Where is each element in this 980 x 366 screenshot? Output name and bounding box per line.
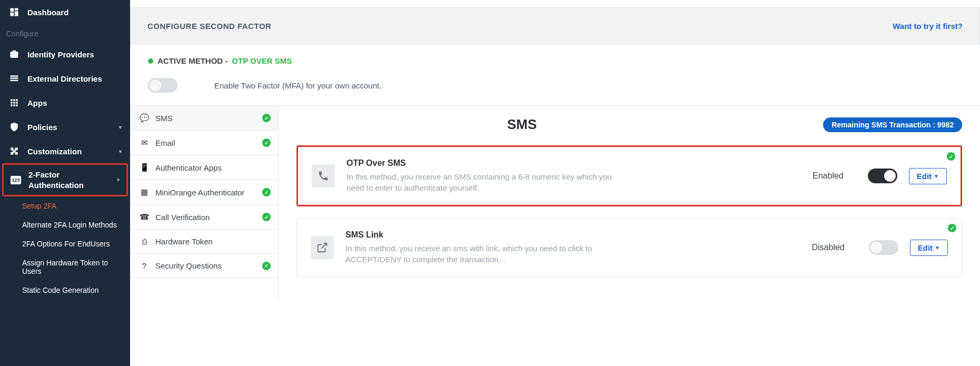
method-desc: In this method, you receive an sms with … (345, 243, 619, 265)
call-icon: ☎ (140, 212, 149, 222)
chevron-down-icon: ▾ (119, 149, 122, 154)
method-status: Enabled (813, 171, 844, 181)
phone-square-icon (312, 164, 335, 187)
sidebar-label: Dashboard (27, 8, 68, 17)
try-it-link[interactable]: Want to try it first? (893, 22, 963, 31)
remaining-sms-badge: Remaining SMS Transaction : 9982 (823, 117, 962, 132)
sidebar-sub-setup-2fa[interactable]: Setup 2FA (0, 196, 130, 215)
tab-label: MiniOrange Authenticator (155, 188, 244, 197)
sidebar-label: External Directories (27, 74, 102, 83)
tab-label: Email (155, 139, 175, 147)
tab-hardware-token[interactable]: ⎙ Hardware Token (130, 230, 278, 254)
sidebar-sub-endusers[interactable]: 2FA Options For EndUsers (0, 234, 130, 253)
sidebar-label: Policies (27, 123, 57, 132)
tab-label: Authenticator Apps (155, 163, 222, 172)
tab-security-questions[interactable]: ? Security Questions (130, 254, 278, 278)
code-icon: 123 (11, 176, 21, 184)
method-card-otp-over-sms: OTP Over SMS In this method, you receive… (296, 145, 962, 206)
phone-icon: 📱 (140, 163, 149, 172)
sidebar-sub-assign-token[interactable]: Assign Hardware Token to Users (0, 253, 130, 281)
detail-panel: SMS Remaining SMS Transaction : 9982 OTP… (279, 106, 980, 299)
caret-down-icon: ▼ (934, 173, 939, 179)
tab-label: Hardware Token (155, 237, 213, 246)
tab-sms[interactable]: 💬 SMS (130, 106, 278, 131)
sidebar-sub-alternate[interactable]: Alternate 2FA Login Methods (0, 215, 130, 234)
sidebar-item-apps[interactable]: Apps (0, 91, 130, 115)
edit-button[interactable]: Edit ▼ (910, 240, 948, 256)
active-method-row: ACTIVE METHOD - OTP OVER SMS (130, 45, 980, 68)
method-toggle[interactable] (869, 240, 898, 255)
external-link-icon (311, 236, 334, 259)
edit-button[interactable]: Edit ▼ (909, 168, 947, 184)
content-split: 💬 SMS ✉ Email 📱 Authenticator Apps ▦ Min… (130, 105, 980, 299)
check-icon (948, 224, 956, 232)
sidebar-sub-static-code[interactable]: Static Code Generation (0, 281, 130, 300)
method-status: Disabled (811, 243, 844, 252)
detail-header: SMS Remaining SMS Transaction : 9982 (296, 116, 962, 133)
sidebar-label: Customization (27, 147, 82, 156)
tab-email[interactable]: ✉ Email (130, 131, 278, 155)
enable-mfa-desc: Enable Two Factor (MFA) for your own acc… (214, 81, 381, 90)
shield-icon (8, 121, 20, 133)
method-tabs: 💬 SMS ✉ Email 📱 Authenticator Apps ▦ Min… (130, 106, 279, 299)
apps-icon (8, 97, 20, 108)
tab-authenticator-apps[interactable]: 📱 Authenticator Apps (130, 155, 278, 180)
tab-call-verification[interactable]: ☎ Call Verification (130, 205, 278, 230)
sidebar-item-identity-providers[interactable]: Identity Providers (0, 42, 130, 66)
status-dot-icon (148, 58, 153, 64)
chevron-down-icon: ▾ (117, 177, 120, 183)
envelope-icon: ✉ (140, 138, 149, 147)
active-method-prefix: ACTIVE METHOD - (157, 56, 227, 65)
usb-icon: ⎙ (140, 237, 149, 246)
tab-miniorange-authenticator[interactable]: ▦ MiniOrange Authenticator (130, 180, 278, 205)
check-icon (262, 213, 271, 221)
method-card-sms-link: SMS Link In this method, you receive an … (296, 218, 962, 277)
check-icon (262, 188, 271, 196)
enable-mfa-toggle[interactable] (148, 78, 177, 93)
method-name: OTP Over SMS (347, 159, 801, 168)
active-method-value: OTP OVER SMS (232, 56, 292, 65)
puzzle-icon (8, 145, 20, 157)
dashboard-icon (8, 6, 20, 18)
sidebar-label: 2-Factor Authentication (28, 170, 110, 190)
page-title: CONFIGURE SECOND FACTOR (147, 22, 271, 31)
caret-down-icon: ▼ (935, 245, 940, 251)
sidebar-label: Identity Providers (27, 50, 94, 59)
chevron-down-icon: ▾ (119, 124, 122, 130)
sms-icon: 💬 (140, 113, 149, 123)
method-desc: In this method, you receive an SMS conta… (347, 171, 620, 193)
edit-label: Edit (918, 243, 933, 252)
qr-icon: ▦ (140, 187, 149, 197)
enable-mfa-row: Enable Two Factor (MFA) for your own acc… (130, 68, 980, 105)
sidebar-item-dashboard[interactable]: Dashboard (0, 0, 130, 24)
briefcase-icon (8, 48, 20, 60)
check-icon (262, 139, 271, 147)
method-name: SMS Link (345, 230, 800, 240)
sidebar-item-external-directories[interactable]: External Directories (0, 66, 130, 91)
list-icon (8, 73, 20, 84)
tab-label: SMS (155, 114, 173, 123)
sidebar-item-2fa[interactable]: 123 2-Factor Authentication ▾ (2, 163, 128, 196)
question-icon: ? (140, 261, 149, 270)
sidebar-label: Apps (27, 98, 47, 107)
check-icon (262, 114, 271, 122)
main-content: CONFIGURE SECOND FACTOR Want to try it f… (130, 0, 980, 366)
method-toggle[interactable] (868, 169, 897, 183)
check-icon (947, 152, 955, 161)
tab-label: Security Questions (155, 261, 222, 270)
sidebar-item-policies[interactable]: Policies ▾ (0, 115, 130, 139)
check-icon (262, 262, 271, 270)
sidebar-item-customization[interactable]: Customization ▾ (0, 139, 130, 163)
sidebar-section-configure: Configure (0, 24, 130, 42)
header-bar: CONFIGURE SECOND FACTOR Want to try it f… (130, 7, 980, 45)
edit-label: Edit (917, 172, 932, 181)
detail-title: SMS (507, 116, 537, 133)
sidebar: Dashboard Configure Identity Providers E… (0, 0, 130, 366)
tab-label: Call Verification (155, 213, 210, 222)
